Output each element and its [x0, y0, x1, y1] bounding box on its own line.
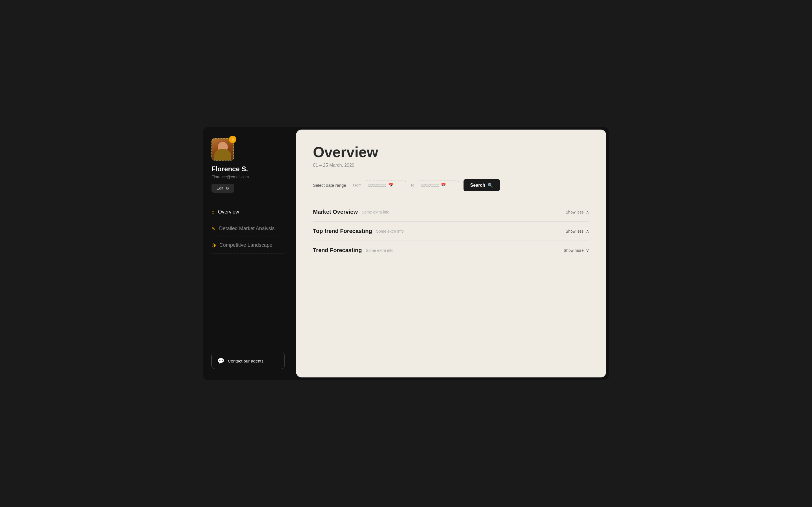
- date-to-input[interactable]: xx/xx/xxxx 📅: [417, 180, 459, 190]
- sidebar-item-label: Competitive Landscape: [219, 242, 272, 248]
- edit-label: Edit: [216, 186, 223, 190]
- chevron-up-icon-2: ∧: [586, 228, 589, 234]
- home-icon: ⌂: [211, 209, 214, 215]
- from-label: From: [353, 183, 361, 187]
- section-title: Trend Forecasting: [313, 247, 362, 253]
- edit-button[interactable]: Edit ⚙: [211, 184, 234, 193]
- contact-agents-label: Contact our agents: [228, 358, 264, 363]
- sidebar-item-market-analysis[interactable]: ∿ Detailed Market Analysis: [211, 220, 285, 237]
- sidebar-item-label: Overview: [218, 209, 239, 215]
- search-icon: 🔍: [488, 182, 493, 188]
- date-to-group: To xx/xx/xxxx 📅: [410, 180, 459, 190]
- from-placeholder-text: xx/xx/xxxx: [368, 183, 386, 187]
- section-title: Top trend Forecasting: [313, 228, 372, 234]
- sidebar-item-competitive-landscape[interactable]: ◑ Competitive Landscape: [211, 237, 285, 253]
- section-extra: Some extra info: [366, 248, 393, 252]
- section-top-trend-forecasting: Top trend Forecasting Some extra info Sh…: [313, 222, 589, 241]
- section-title: Market Overview: [313, 209, 358, 215]
- main-content: Overview 01 – 25 March, 2020 Select date…: [296, 129, 606, 378]
- activity-icon: ∿: [211, 225, 216, 231]
- date-range-row: Select date range From xx/xx/xxxx 📅 To x…: [313, 179, 589, 191]
- section-toggle-top-trend[interactable]: Show less ∧: [566, 228, 589, 234]
- gear-icon: ⚙: [225, 186, 229, 190]
- section-left: Market Overview Some extra info: [313, 209, 389, 215]
- to-placeholder-text: xx/xx/xxxx: [421, 183, 439, 187]
- section-trend-forecasting: Trend Forecasting Some extra info Show m…: [313, 241, 589, 260]
- sections-list: Market Overview Some extra info Show les…: [313, 203, 589, 260]
- search-label: Search: [470, 183, 485, 188]
- page-title: Overview: [313, 144, 589, 161]
- avatar-wrapper: 4: [211, 138, 234, 161]
- chat-icon: 💬: [217, 357, 224, 364]
- date-from-group: From xx/xx/xxxx 📅: [353, 180, 406, 190]
- pie-icon: ◑: [211, 242, 216, 248]
- section-market-overview: Market Overview Some extra info Show les…: [313, 203, 589, 222]
- nav-section: ⌂ Overview ∿ Detailed Market Analysis ◑ …: [211, 204, 285, 353]
- section-left: Top trend Forecasting Some extra info: [313, 228, 404, 234]
- page-subtitle: 01 – 25 March, 2020: [313, 163, 589, 168]
- show-more-label: Show more: [564, 248, 583, 252]
- date-range-label: Select date range: [313, 183, 346, 187]
- section-toggle-market-overview[interactable]: Show less ∧: [566, 209, 589, 215]
- sidebar-item-overview[interactable]: ⌂ Overview: [211, 204, 285, 220]
- section-extra: Some extra info: [376, 229, 404, 233]
- profile-section: 4 Florence S. Florence@email.com Edit ⚙: [211, 138, 285, 193]
- sidebar: 4 Florence S. Florence@email.com Edit ⚙ …: [203, 127, 293, 380]
- section-toggle-trend-forecasting[interactable]: Show more ∨: [564, 247, 589, 253]
- show-less-label-2: Show less: [566, 229, 583, 233]
- chevron-down-icon: ∨: [586, 247, 589, 253]
- notification-badge: 4: [229, 136, 236, 143]
- sidebar-item-label: Detailed Market Analysis: [219, 226, 274, 231]
- to-label: To: [410, 183, 414, 187]
- user-name: Florence S.: [211, 165, 248, 173]
- search-button[interactable]: Search 🔍: [463, 179, 500, 191]
- calendar-from-icon: 📅: [388, 183, 393, 187]
- app-container: 4 Florence S. Florence@email.com Edit ⚙ …: [203, 127, 609, 380]
- chevron-up-icon: ∧: [586, 209, 589, 215]
- contact-agents-button[interactable]: 💬 Contact our agents: [211, 353, 285, 369]
- calendar-to-icon: 📅: [441, 183, 446, 187]
- date-from-input[interactable]: xx/xx/xxxx 📅: [364, 180, 406, 190]
- section-left: Trend Forecasting Some extra info: [313, 247, 393, 253]
- user-email: Florence@email.com: [211, 175, 249, 179]
- show-less-label: Show less: [566, 210, 583, 214]
- section-extra: Some extra info: [362, 210, 389, 214]
